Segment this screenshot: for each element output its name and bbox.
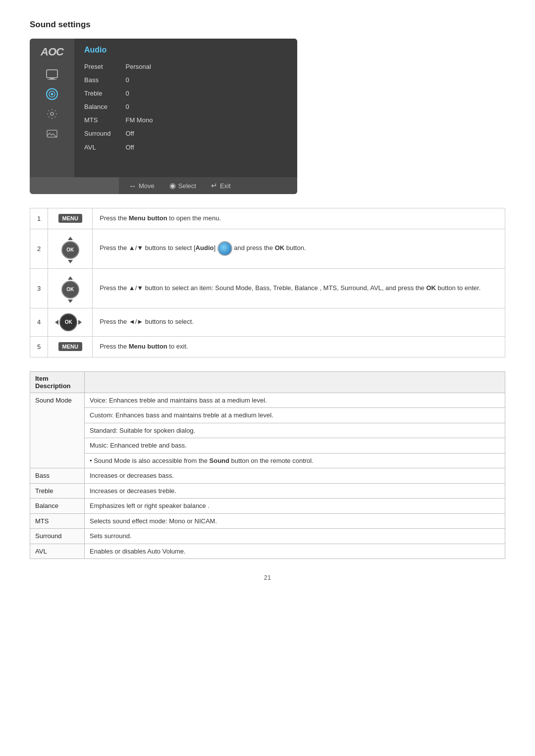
footer-exit-label: Exit bbox=[220, 182, 231, 190]
sidebar-icon-image bbox=[43, 126, 61, 142]
svg-rect-1 bbox=[50, 78, 54, 79]
item-name-treble: Treble bbox=[30, 483, 85, 499]
tv-content: Audio Preset Bass Treble Balance MTS Sur… bbox=[74, 39, 297, 177]
menu-label-bass: Bass bbox=[84, 75, 110, 86]
desc-row-balance: Balance Emphasizes left or right speaker… bbox=[30, 499, 505, 514]
menu-button-1: MENU bbox=[58, 214, 82, 223]
menu-value-mts: FM Mono bbox=[125, 115, 153, 126]
step-num-1: 1 bbox=[30, 208, 48, 229]
desc-row-surround: Surround Sets surround. bbox=[30, 529, 505, 544]
step-desc-2: Press the ▲/▼ buttons to select [Audio] … bbox=[93, 229, 505, 268]
desc-row-treble: Treble Increases or decreases treble. bbox=[30, 483, 505, 499]
desc-row-soundmode-3: Standard: Suitable for spoken dialog. bbox=[30, 423, 505, 438]
desc-balance: Emphasizes left or right speaker balance… bbox=[85, 499, 505, 514]
menu-label-avl: AVL bbox=[84, 142, 110, 153]
page-number: 21 bbox=[30, 574, 505, 581]
ok-circle-4: OK bbox=[59, 313, 77, 331]
desc-avl: Enables or disables Auto Volume. bbox=[85, 544, 505, 559]
ok-left-right-4: OK bbox=[55, 313, 85, 331]
menu-label-balance: Balance bbox=[84, 101, 110, 112]
menu-label-preset: Preset bbox=[84, 61, 110, 72]
desc-soundmode-3: Standard: Suitable for spoken dialog. bbox=[85, 423, 505, 438]
desc-row-soundmode: Sound Mode Voice: Enhances treble and ma… bbox=[30, 393, 505, 408]
step-btn-5: MENU bbox=[48, 336, 93, 357]
step-btn-2: OK bbox=[48, 229, 93, 268]
desc-row-bass: Bass Increases or decreases bass. bbox=[30, 468, 505, 484]
svg-rect-2 bbox=[48, 79, 56, 80]
desc-header-item: Item Description bbox=[30, 371, 85, 393]
sidebar-icon-audio bbox=[43, 86, 61, 102]
exit-icon: ↵ bbox=[211, 181, 217, 190]
page-title: Sound settings bbox=[30, 20, 505, 30]
desc-row-soundmode-5: • Sound Mode is also accessible from the… bbox=[30, 453, 505, 468]
menu-value-bass: 0 bbox=[125, 75, 153, 86]
brand-logo: AOC bbox=[41, 46, 63, 58]
desc-treble: Increases or decreases treble. bbox=[85, 483, 505, 499]
item-name-mts: MTS bbox=[30, 513, 85, 529]
menu-value-surround: Off bbox=[125, 128, 153, 139]
step-num-2: 2 bbox=[30, 229, 48, 268]
item-name-soundmode: Sound Mode bbox=[30, 393, 85, 468]
step-num-5: 5 bbox=[30, 336, 48, 357]
menu-value-preset: Personal bbox=[125, 61, 153, 72]
menu-value-balance: 0 bbox=[125, 101, 153, 112]
tv-menu-labels: Preset Bass Treble Balance MTS Surround … bbox=[84, 61, 110, 153]
tv-menu-screenshot: AOC Audio Preset bbox=[30, 39, 297, 194]
step-desc-4: Press the ◄/► buttons to select. bbox=[93, 308, 505, 336]
menu-label-surround: Surround bbox=[84, 128, 110, 139]
footer-move: ↔ Move bbox=[129, 182, 155, 190]
desc-row-soundmode-4: Music: Enhanced treble and bass. bbox=[30, 438, 505, 454]
menu-button-5: MENU bbox=[58, 342, 82, 351]
desc-mts: Selects sound effect mode: Mono or NICAM… bbox=[85, 513, 505, 529]
item-name-balance: Balance bbox=[30, 499, 85, 514]
audio-icon-step2 bbox=[217, 241, 232, 256]
tv-content-title: Audio bbox=[84, 46, 287, 54]
select-icon: ◉ bbox=[169, 181, 176, 190]
step-btn-3: OK bbox=[48, 268, 93, 308]
move-icon: ↔ bbox=[129, 182, 136, 190]
arrow-left-4 bbox=[55, 320, 58, 325]
menu-label-mts: MTS bbox=[84, 115, 110, 126]
ok-circle-3: OK bbox=[61, 281, 79, 299]
menu-label-treble: Treble bbox=[84, 88, 110, 99]
item-name-bass: Bass bbox=[30, 468, 85, 484]
menu-value-avl: Off bbox=[125, 142, 153, 153]
sidebar-icon-settings bbox=[43, 106, 61, 122]
step-row-4: 4 OK Press the ◄/► buttons to select. bbox=[30, 308, 505, 336]
step-desc-1: Press the Menu button to open the menu. bbox=[93, 208, 505, 229]
step-row-3: 3 OK Press the ▲/▼ button to select an i… bbox=[30, 268, 505, 308]
sidebar-icon-tv bbox=[43, 66, 61, 82]
desc-row-soundmode-2: Custom: Enhances bass and maintains treb… bbox=[30, 408, 505, 423]
ok-up-down-3: OK bbox=[61, 276, 79, 303]
desc-row-mts: MTS Selects sound effect mode: Mono or N… bbox=[30, 513, 505, 529]
arrow-down-3 bbox=[68, 300, 73, 303]
arrow-up-3 bbox=[68, 276, 73, 280]
tv-footer: ↔ Move ◉ Select ↵ Exit bbox=[119, 177, 297, 194]
svg-point-5 bbox=[51, 93, 54, 96]
desc-soundmode-5: • Sound Mode is also accessible from the… bbox=[85, 453, 505, 468]
footer-select-label: Select bbox=[178, 182, 196, 190]
svg-point-6 bbox=[51, 112, 54, 115]
desc-soundmode-2: Custom: Enhances bass and maintains treb… bbox=[85, 408, 505, 423]
desc-header-desc bbox=[85, 371, 505, 393]
steps-table: 1 MENU Press the Menu button to open the… bbox=[30, 208, 505, 357]
desc-soundmode-1: Voice: Enhances treble and maintains bas… bbox=[85, 393, 505, 408]
ok-up-down-2: OK bbox=[61, 237, 79, 263]
desc-bass: Increases or decreases bass. bbox=[85, 468, 505, 484]
step-row-1: 1 MENU Press the Menu button to open the… bbox=[30, 208, 505, 229]
item-name-surround: Surround bbox=[30, 529, 85, 544]
step-num-3: 3 bbox=[30, 268, 48, 308]
desc-soundmode-4: Music: Enhanced treble and bass. bbox=[85, 438, 505, 454]
menu-value-treble: 0 bbox=[125, 88, 153, 99]
step-btn-4: OK bbox=[48, 308, 93, 336]
description-table: Item Description Sound Mode Voice: Enhan… bbox=[30, 371, 505, 559]
footer-select: ◉ Select bbox=[169, 181, 196, 190]
step-desc-5: Press the Menu button to exit. bbox=[93, 336, 505, 357]
footer-exit: ↵ Exit bbox=[211, 181, 231, 190]
desc-row-avl: AVL Enables or disables Auto Volume. bbox=[30, 544, 505, 559]
desc-surround: Sets surround. bbox=[85, 529, 505, 544]
arrow-right-4 bbox=[78, 320, 82, 325]
step-row-5: 5 MENU Press the Menu button to exit. bbox=[30, 336, 505, 357]
svg-rect-0 bbox=[47, 70, 57, 78]
footer-move-label: Move bbox=[139, 182, 155, 190]
